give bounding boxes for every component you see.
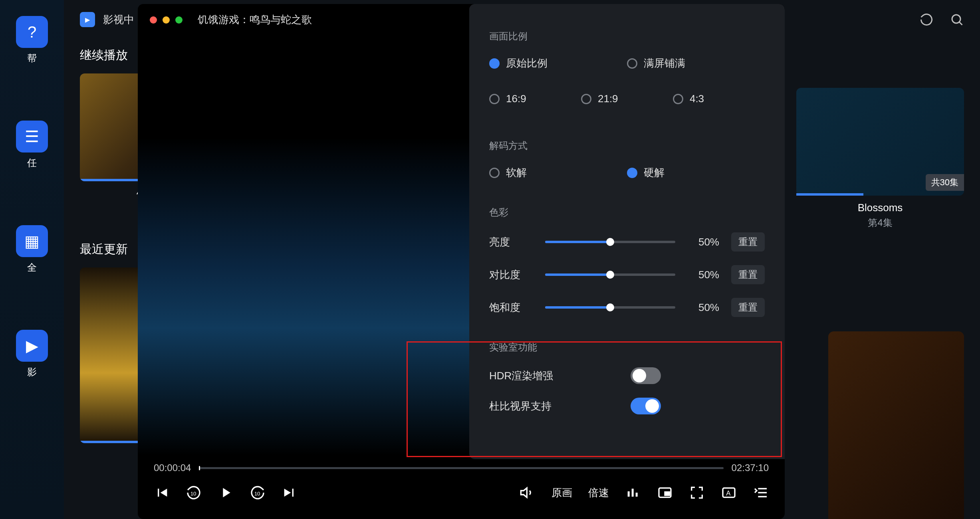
player-controls: 00:00:04 02:37:10 10 10 原画 倍速 A bbox=[138, 455, 785, 519]
svg-rect-5 bbox=[636, 493, 638, 497]
mini-label: 全 bbox=[27, 261, 37, 274]
fullscreen-icon[interactable] bbox=[689, 485, 705, 501]
minimize-icon[interactable] bbox=[163, 16, 170, 24]
prev-track-icon[interactable] bbox=[154, 485, 170, 501]
slider-track[interactable] bbox=[545, 306, 675, 309]
radio-icon bbox=[489, 94, 500, 104]
radio-label: 满屏铺满 bbox=[644, 56, 685, 70]
radio-hard-decode[interactable]: 硬解 bbox=[627, 166, 765, 180]
slider-label: 饱和度 bbox=[489, 301, 533, 315]
settings-panel: 画面比例 原始比例 满屏铺满 16:9 21:9 4:3 解码方式 软解 硬解 … bbox=[469, 4, 785, 459]
maximize-icon[interactable] bbox=[175, 16, 183, 24]
radio-21-9[interactable]: 21:9 bbox=[581, 93, 673, 105]
radio-label: 硬解 bbox=[644, 166, 665, 180]
search-icon[interactable] bbox=[950, 12, 964, 27]
radio-soft-decode[interactable]: 软解 bbox=[489, 166, 627, 180]
radio-label: 4:3 bbox=[690, 93, 704, 105]
radio-fill[interactable]: 满屏铺满 bbox=[627, 56, 765, 70]
slider-label: 对比度 bbox=[489, 268, 533, 282]
radio-original[interactable]: 原始比例 bbox=[489, 56, 627, 70]
slider-value: 50% bbox=[687, 301, 719, 314]
refresh-icon[interactable] bbox=[919, 12, 934, 27]
radio-label: 软解 bbox=[506, 166, 527, 180]
close-icon[interactable] bbox=[150, 16, 157, 24]
radio-label: 21:9 bbox=[598, 93, 618, 105]
toggle-label-dolby: 杜比视界支持 bbox=[489, 399, 551, 413]
toggle-label-hdr: HDR渲染增强 bbox=[489, 369, 553, 383]
svg-text:A: A bbox=[726, 489, 731, 497]
radio-icon bbox=[489, 168, 500, 178]
mini-item-video[interactable]: ▶ 影 bbox=[0, 330, 64, 378]
mini-item-all[interactable]: ▦ 全 bbox=[0, 225, 64, 274]
app-title: 影视中 bbox=[103, 13, 134, 27]
radio-label: 原始比例 bbox=[506, 56, 548, 70]
pip-icon[interactable] bbox=[657, 485, 673, 501]
equalizer-icon[interactable] bbox=[625, 485, 641, 501]
mini-label: 任 bbox=[27, 156, 37, 169]
toggle-hdr[interactable] bbox=[631, 367, 661, 384]
svg-rect-3 bbox=[628, 491, 630, 497]
mini-label: 影 bbox=[27, 366, 37, 378]
video-icon: ▶ bbox=[16, 330, 48, 362]
quality-button[interactable]: 原画 bbox=[551, 486, 572, 500]
app-icon: ▶ bbox=[80, 12, 95, 27]
window-controls bbox=[150, 16, 183, 24]
svg-text:10: 10 bbox=[254, 491, 260, 497]
time-total: 02:37:10 bbox=[732, 462, 769, 473]
slider-value: 50% bbox=[687, 269, 719, 281]
rewind-10-icon[interactable]: 10 bbox=[186, 485, 202, 501]
playlist-icon[interactable] bbox=[753, 485, 769, 501]
section-aspect: 画面比例 bbox=[489, 30, 765, 43]
slider-value: 50% bbox=[687, 236, 719, 248]
reset-button[interactable]: 重置 bbox=[731, 265, 765, 284]
task-icon: ☰ bbox=[16, 121, 48, 153]
slider-saturation: 饱和度 50% 重置 bbox=[489, 298, 765, 317]
svg-point-0 bbox=[952, 15, 960, 23]
slider-label: 亮度 bbox=[489, 235, 533, 249]
radio-icon bbox=[627, 58, 637, 69]
svg-rect-4 bbox=[632, 489, 634, 497]
toggle-dolby[interactable] bbox=[631, 398, 661, 414]
section-color: 色彩 bbox=[489, 206, 765, 219]
radio-icon bbox=[581, 94, 591, 104]
radio-label: 16:9 bbox=[506, 93, 526, 105]
mini-label: 帮 bbox=[27, 52, 37, 65]
subtitle-icon[interactable]: A bbox=[721, 485, 737, 501]
slider-track[interactable] bbox=[545, 241, 675, 243]
next-track-icon[interactable] bbox=[282, 485, 298, 501]
card-title: Blossoms bbox=[796, 202, 964, 214]
mini-item-task[interactable]: ☰ 任 bbox=[0, 121, 64, 169]
card-subtitle: 第4集 bbox=[796, 216, 964, 229]
mini-item-help[interactable]: ? 帮 bbox=[0, 16, 64, 65]
radio-16-9[interactable]: 16:9 bbox=[489, 93, 581, 105]
slider-contrast: 对比度 50% 重置 bbox=[489, 265, 765, 284]
oppenheimer-poster[interactable] bbox=[828, 331, 964, 519]
all-icon: ▦ bbox=[16, 225, 48, 257]
radio-icon bbox=[627, 168, 637, 178]
time-current: 00:00:04 bbox=[154, 462, 191, 473]
poster-image: 共30集 bbox=[796, 88, 964, 196]
svg-rect-7 bbox=[665, 492, 670, 495]
blossoms-card[interactable]: 共30集 Blossoms 第4集 bbox=[796, 88, 964, 229]
radio-icon bbox=[489, 58, 500, 69]
section-lab: 实验室功能 bbox=[489, 341, 765, 354]
episode-badge: 共30集 bbox=[926, 174, 964, 191]
player-window: 饥饿游戏：鸣鸟与蛇之歌 00:00:04 02:37:10 10 10 原画 倍… bbox=[138, 4, 785, 519]
mini-sidebar: ? 帮 ☰ 任 ▦ 全 ▶ 影 bbox=[0, 0, 64, 519]
progress-bar[interactable] bbox=[199, 467, 723, 469]
speed-button[interactable]: 倍速 bbox=[588, 486, 609, 500]
reset-button[interactable]: 重置 bbox=[731, 298, 765, 317]
play-icon[interactable] bbox=[218, 485, 234, 501]
section-decode: 解码方式 bbox=[489, 139, 765, 152]
slider-brightness: 亮度 50% 重置 bbox=[489, 232, 765, 252]
forward-10-icon[interactable]: 10 bbox=[250, 485, 266, 501]
radio-icon bbox=[673, 94, 683, 104]
help-icon: ? bbox=[16, 16, 48, 48]
volume-icon[interactable] bbox=[520, 485, 536, 501]
player-title: 饥饿游戏：鸣鸟与蛇之歌 bbox=[198, 13, 312, 27]
reset-button[interactable]: 重置 bbox=[731, 232, 765, 252]
svg-text:10: 10 bbox=[190, 491, 196, 497]
slider-track[interactable] bbox=[545, 273, 675, 276]
radio-4-3[interactable]: 4:3 bbox=[673, 93, 765, 105]
